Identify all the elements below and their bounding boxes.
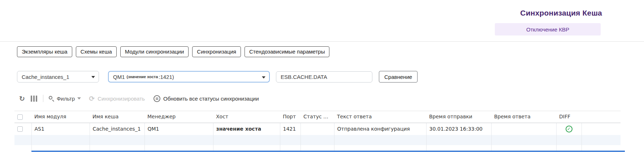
cache-instance-select[interactable]: Cache_instances_1 [17, 71, 99, 83]
compare-button[interactable]: Сравнение [379, 71, 418, 83]
filter-button-label: Фильтр [57, 96, 75, 102]
refresh-all-statuses-label: Обновить все статусы синхронизации [163, 96, 259, 102]
check-circle-icon: ✓ [566, 126, 572, 132]
cell-spacer [582, 123, 621, 135]
cell-diff: ✓ [556, 123, 582, 135]
cell-sent-time: 30.01.2023 16:33:00 [426, 123, 491, 135]
cell-response-text: Отправлена конфигурация [334, 123, 426, 135]
row-checkbox[interactable] [17, 126, 23, 132]
filter-controls-row: Cache_instances_1 QM1 (значение хоста :1… [17, 71, 418, 83]
row-select-cell [14, 123, 31, 135]
tab-bar: Экземпляры кеша Схемы кеша Модули синхро… [17, 46, 329, 57]
cell-port: 1421 [280, 123, 301, 135]
column-header-sent-time[interactable]: Время отправки [426, 111, 491, 123]
queue-name-input[interactable] [276, 71, 372, 83]
kvr-disable-button[interactable]: Отключение КВР [495, 23, 601, 35]
refresh-icon[interactable]: ↻ [19, 95, 25, 102]
cache-instance-select-value: Cache_instances_1 [22, 74, 69, 80]
page-title: Синхронизация Кеша [520, 9, 602, 17]
column-header-manager[interactable]: Менеджер [144, 111, 213, 123]
grid-toolbar: ↻ Фильтр ⟳ Синхронизировать ≡ Обновить в… [19, 94, 259, 103]
table-header-row: Имя модуля Имя кеша Менеджер Хост Порт С… [14, 111, 621, 123]
cell-module: AS1 [31, 123, 90, 135]
column-header-response-text[interactable]: Текст ответа [334, 111, 426, 123]
refresh-all-statuses-button[interactable]: ≡ Обновить все статусы синхронизации [145, 95, 259, 102]
chevron-down-icon [77, 97, 81, 100]
table-row-empty-alt [14, 135, 621, 145]
column-header-spacer [582, 111, 621, 123]
select-all-checkbox[interactable] [17, 114, 23, 120]
synchronize-button-label: Синхронизировать [98, 96, 145, 102]
column-header-response-time[interactable]: Время ответа [491, 111, 556, 123]
column-header-diff[interactable]: DIFF [556, 111, 582, 123]
header-divider [0, 41, 644, 42]
column-header-host[interactable]: Хост [213, 111, 280, 123]
header-select-all-cell [14, 111, 31, 123]
column-header-module[interactable]: Имя модуля [31, 111, 90, 123]
manager-select-port-note: :1421) [159, 74, 174, 80]
tab-cache-instances[interactable]: Экземпляры кеша [17, 46, 72, 57]
cell-status [301, 123, 334, 135]
manager-select[interactable]: QM1 (значение хоста :1421) [108, 71, 270, 83]
sync-status-table: Имя модуля Имя кеша Менеджер Хост Порт С… [14, 111, 621, 152]
chevron-down-icon [91, 76, 95, 78]
synchronize-button-disabled: ⟳ Синхронизировать [89, 95, 145, 102]
cell-manager: QM1 [144, 123, 213, 135]
chevron-down-icon [262, 76, 265, 79]
tab-stand-params[interactable]: Стендозависимые параметры [245, 46, 329, 57]
cell-cache: Cache_instances_1 [90, 123, 144, 135]
table-row[interactable]: AS1 Cache_instances_1 QM1 значение хоста… [14, 123, 621, 135]
sync-icon: ⟳ [89, 95, 95, 102]
column-header-cache[interactable]: Имя кеша [90, 111, 144, 123]
filter-button[interactable]: Фильтр [48, 96, 81, 102]
toolbar-divider [43, 95, 43, 102]
column-chooser-icon[interactable] [31, 96, 37, 102]
horizontal-scrollbar[interactable] [31, 151, 625, 152]
update-statuses-icon: ≡ [154, 95, 160, 102]
tab-synchronization[interactable]: Синхронизация [192, 46, 241, 57]
cell-host: значение хоста [213, 123, 280, 135]
column-header-status[interactable]: Статус от... [301, 111, 334, 123]
cell-response-time [491, 123, 556, 135]
tab-cache-schemas[interactable]: Схемы кеша [76, 46, 117, 57]
cache-sync-page: Синхронизация Кеша Отключение КВР Экземп… [0, 0, 644, 152]
manager-select-value: QM1 [113, 74, 125, 80]
column-header-port[interactable]: Порт [280, 111, 301, 123]
tab-sync-modules[interactable]: Модули синхронизации [120, 46, 189, 57]
search-icon [48, 96, 54, 101]
manager-select-host-note: (значение хоста [127, 75, 158, 79]
